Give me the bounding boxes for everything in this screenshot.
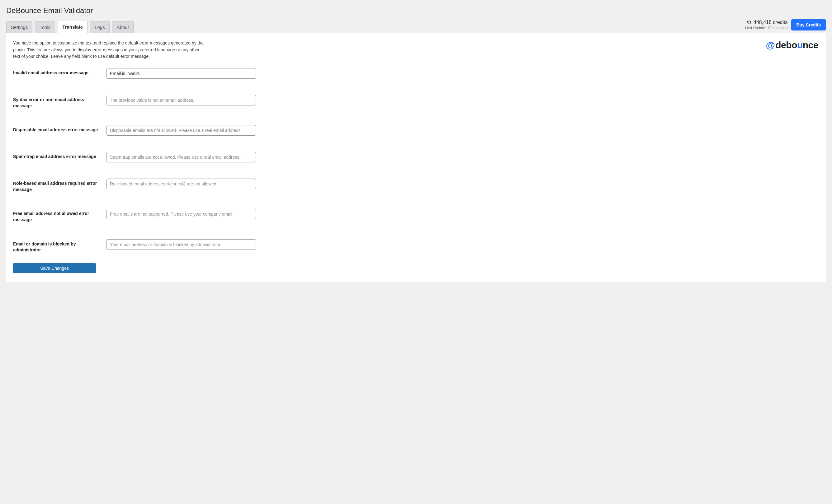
debounce-logo: @ debounce bbox=[766, 40, 818, 50]
intro-text: You have the option to customize the tex… bbox=[13, 40, 206, 60]
credits-area: 448,418 credits Last Update: 12 mins ago… bbox=[745, 19, 826, 33]
credits-amount: 448,418 credits bbox=[754, 20, 787, 25]
input-invalid[interactable] bbox=[106, 68, 256, 79]
label-rolebased: Role-based email address required error … bbox=[13, 178, 106, 193]
label-spamtrap: Spam-trap email address error message bbox=[13, 152, 106, 160]
input-disposable[interactable] bbox=[106, 125, 256, 136]
logo-text: debounce bbox=[775, 40, 818, 50]
input-free[interactable] bbox=[106, 209, 256, 219]
input-rolebased[interactable] bbox=[106, 178, 256, 189]
label-disposable: Disposable email address error message bbox=[13, 125, 106, 133]
input-spamtrap[interactable] bbox=[106, 152, 256, 162]
credits-last-update: Last Update: 12 mins ago bbox=[745, 26, 788, 30]
label-blocked: Email or domain is blocked by administra… bbox=[13, 239, 106, 253]
input-blocked[interactable] bbox=[106, 239, 256, 250]
input-syntax[interactable] bbox=[106, 95, 256, 106]
tab-settings[interactable]: Settings bbox=[6, 21, 32, 33]
save-button[interactable]: Save Changes bbox=[13, 263, 96, 273]
label-free: Free email address not allowed error mes… bbox=[13, 209, 106, 223]
panel: @ debounce You have the option to custom… bbox=[6, 33, 826, 282]
tab-about[interactable]: About bbox=[112, 21, 134, 33]
tab-logs[interactable]: Logs bbox=[90, 21, 110, 33]
refresh-icon[interactable] bbox=[747, 20, 752, 25]
tab-tools[interactable]: Tools bbox=[35, 21, 55, 33]
at-icon: @ bbox=[766, 40, 775, 50]
page-title: DeBounce Email Validator bbox=[6, 3, 826, 19]
label-syntax: Syntax error or non-email address messag… bbox=[13, 95, 106, 109]
tab-translate[interactable]: Translate bbox=[58, 21, 87, 33]
label-invalid: Invalid email address error message bbox=[13, 68, 106, 76]
buy-credits-button[interactable]: Buy Credits bbox=[791, 19, 826, 30]
tab-bar: Settings Tools Translate Logs About bbox=[6, 21, 134, 33]
